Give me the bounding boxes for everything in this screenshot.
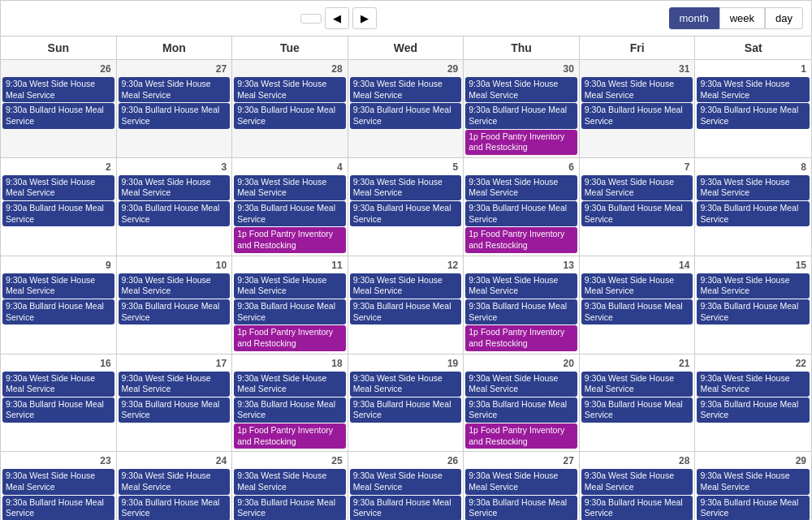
calendar-cell[interactable]: 249:30a West Side House Meal Service9:30… [117,452,233,520]
calendar-cell[interactable]: 269:30a West Side House Meal Service9:30… [348,452,464,520]
calendar-cell[interactable]: 49:30a West Side House Meal Service9:30a… [232,158,348,256]
calendar-cell[interactable]: 99:30a West Side House Meal Service9:30a… [1,256,117,355]
event-west-side[interactable]: 9:30a West Side House Meal Service [350,175,462,200]
calendar-cell[interactable]: 219:30a West Side House Meal Service9:30… [580,355,696,453]
event-bullard[interactable]: 9:30a Bullard House Meal Service [697,398,810,423]
calendar-cell[interactable]: 269:30a West Side House Meal Service9:30… [1,60,117,158]
event-west-side[interactable]: 9:30a West Side House Meal Service [119,175,231,200]
event-bullard[interactable]: 9:30a Bullard House Meal Service [465,496,577,520]
event-west-side[interactable]: 9:30a West Side House Meal Service [234,469,346,494]
prev-button[interactable]: ◀ [325,7,349,29]
event-west-side[interactable]: 9:30a West Side House Meal Service [581,77,693,102]
event-bullard[interactable]: 9:30a Bullard House Meal Service [697,496,810,520]
event-bullard[interactable]: 9:30a Bullard House Meal Service [2,398,114,423]
event-west-side[interactable]: 9:30a West Side House Meal Service [119,469,231,494]
event-west-side[interactable]: 9:30a West Side House Meal Service [350,469,462,494]
event-west-side[interactable]: 9:30a West Side House Meal Service [119,372,231,397]
calendar-cell[interactable]: 79:30a West Side House Meal Service9:30a… [580,158,696,256]
event-west-side[interactable]: 9:30a West Side House Meal Service [119,273,231,299]
event-bullard[interactable]: 9:30a Bullard House Meal Service [350,398,462,423]
calendar-cell[interactable]: 299:30a West Side House Meal Service9:30… [348,60,464,158]
event-west-side[interactable]: 9:30a West Side House Meal Service [2,273,114,299]
event-bullard[interactable]: 9:30a Bullard House Meal Service [2,201,114,226]
event-food-pantry[interactable]: 1p Food Pantry Inventory and Restocking [234,325,346,350]
event-west-side[interactable]: 9:30a West Side House Meal Service [2,175,114,200]
event-west-side[interactable]: 9:30a West Side House Meal Service [119,77,231,102]
event-bullard[interactable]: 9:30a Bullard House Meal Service [350,201,462,226]
event-bullard[interactable]: 9:30a Bullard House Meal Service [465,398,577,423]
event-food-pantry[interactable]: 1p Food Pantry Inventory and Restocking [465,423,577,449]
event-bullard[interactable]: 9:30a Bullard House Meal Service [234,103,346,128]
calendar-cell[interactable]: 29:30a West Side House Meal Service9:30a… [1,158,117,256]
event-bullard[interactable]: 9:30a Bullard House Meal Service [2,496,114,520]
event-west-side[interactable]: 9:30a West Side House Meal Service [465,175,577,200]
event-west-side[interactable]: 9:30a West Side House Meal Service [2,469,114,494]
calendar-cell[interactable]: 299:30a West Side House Meal Service9:30… [695,452,811,520]
calendar-cell[interactable]: 289:30a West Side House Meal Service9:30… [580,452,696,520]
event-bullard[interactable]: 9:30a Bullard House Meal Service [234,201,346,226]
event-west-side[interactable]: 9:30a West Side House Meal Service [234,372,346,397]
calendar-cell[interactable]: 19:30a West Side House Meal Service9:30a… [695,60,811,158]
event-west-side[interactable]: 9:30a West Side House Meal Service [234,77,346,102]
event-food-pantry[interactable]: 1p Food Pantry Inventory and Restocking [465,130,577,155]
event-west-side[interactable]: 9:30a West Side House Meal Service [2,77,114,102]
calendar-cell[interactable]: 319:30a West Side House Meal Service9:30… [580,60,696,158]
event-bullard[interactable]: 9:30a Bullard House Meal Service [119,103,231,128]
event-bullard[interactable]: 9:30a Bullard House Meal Service [581,299,693,324]
calendar-cell[interactable]: 179:30a West Side House Meal Service9:30… [117,355,233,453]
event-bullard[interactable]: 9:30a Bullard House Meal Service [234,299,346,324]
event-bullard[interactable]: 9:30a Bullard House Meal Service [350,299,462,324]
event-bullard[interactable]: 9:30a Bullard House Meal Service [697,201,810,226]
event-food-pantry[interactable]: 1p Food Pantry Inventory and Restocking [465,325,577,350]
calendar-cell[interactable]: 279:30a West Side House Meal Service9:30… [117,60,233,158]
event-bullard[interactable]: 9:30a Bullard House Meal Service [2,103,114,128]
event-bullard[interactable]: 9:30a Bullard House Meal Service [119,201,231,226]
event-bullard[interactable]: 9:30a Bullard House Meal Service [465,201,577,226]
event-west-side[interactable]: 9:30a West Side House Meal Service [465,273,577,299]
event-bullard[interactable]: 9:30a Bullard House Meal Service [119,496,231,520]
calendar-cell[interactable]: 239:30a West Side House Meal Service9:30… [1,452,117,520]
calendar-cell[interactable]: 289:30a West Side House Meal Service9:30… [232,60,348,158]
calendar-cell[interactable]: 89:30a West Side House Meal Service9:30a… [695,158,811,256]
calendar-cell[interactable]: 309:30a West Side House Meal Service9:30… [464,60,580,158]
event-bullard[interactable]: 9:30a Bullard House Meal Service [581,398,693,423]
calendar-cell[interactable]: 169:30a West Side House Meal Service9:30… [1,355,117,453]
view-month-button[interactable]: month [669,7,719,29]
event-bullard[interactable]: 9:30a Bullard House Meal Service [234,398,346,423]
event-bullard[interactable]: 9:30a Bullard House Meal Service [350,103,462,128]
event-west-side[interactable]: 9:30a West Side House Meal Service [581,469,693,494]
event-west-side[interactable]: 9:30a West Side House Meal Service [581,273,693,299]
event-bullard[interactable]: 9:30a Bullard House Meal Service [350,496,462,520]
calendar-cell[interactable]: 129:30a West Side House Meal Service9:30… [348,256,464,355]
calendar-cell[interactable]: 209:30a West Side House Meal Service9:30… [464,355,580,453]
calendar-cell[interactable]: 159:30a West Side House Meal Service9:30… [695,256,811,355]
event-food-pantry[interactable]: 1p Food Pantry Inventory and Restocking [465,227,577,252]
calendar-cell[interactable]: 259:30a West Side House Meal Service9:30… [232,452,348,520]
calendar-cell[interactable]: 229:30a West Side House Meal Service9:30… [695,355,811,453]
event-west-side[interactable]: 9:30a West Side House Meal Service [465,469,577,494]
event-bullard[interactable]: 9:30a Bullard House Meal Service [2,299,114,324]
event-west-side[interactable]: 9:30a West Side House Meal Service [234,175,346,200]
event-bullard[interactable]: 9:30a Bullard House Meal Service [581,103,693,128]
event-west-side[interactable]: 9:30a West Side House Meal Service [581,175,693,200]
view-day-button[interactable]: day [765,7,803,29]
calendar-cell[interactable]: 199:30a West Side House Meal Service9:30… [348,355,464,453]
event-west-side[interactable]: 9:30a West Side House Meal Service [465,77,577,102]
event-food-pantry[interactable]: 1p Food Pantry Inventory and Restocking [234,227,346,252]
event-west-side[interactable]: 9:30a West Side House Meal Service [2,372,114,397]
event-west-side[interactable]: 9:30a West Side House Meal Service [697,175,810,200]
event-west-side[interactable]: 9:30a West Side House Meal Service [697,273,810,299]
event-bullard[interactable]: 9:30a Bullard House Meal Service [465,103,577,128]
event-west-side[interactable]: 9:30a West Side House Meal Service [697,469,810,494]
event-bullard[interactable]: 9:30a Bullard House Meal Service [581,201,693,226]
calendar-cell[interactable]: 109:30a West Side House Meal Service9:30… [117,256,233,355]
calendar-cell[interactable]: 189:30a West Side House Meal Service9:30… [232,355,348,453]
event-west-side[interactable]: 9:30a West Side House Meal Service [465,372,577,397]
calendar-cell[interactable]: 139:30a West Side House Meal Service9:30… [464,256,580,355]
event-west-side[interactable]: 9:30a West Side House Meal Service [581,372,693,397]
today-button[interactable] [300,14,322,24]
view-week-button[interactable]: week [719,7,765,29]
event-west-side[interactable]: 9:30a West Side House Meal Service [234,273,346,299]
calendar-cell[interactable]: 119:30a West Side House Meal Service9:30… [232,256,348,355]
event-bullard[interactable]: 9:30a Bullard House Meal Service [119,398,231,423]
